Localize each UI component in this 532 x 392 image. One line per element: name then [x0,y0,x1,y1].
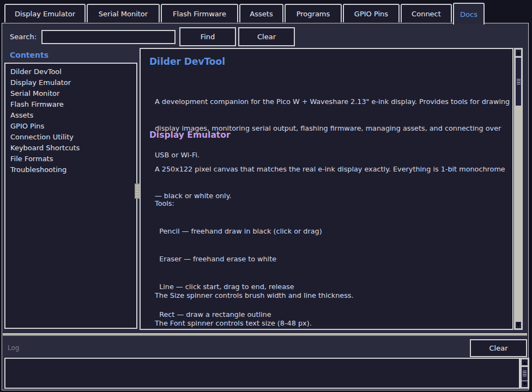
find-button[interactable]: Find [179,27,236,46]
contents-heading: Contents [10,51,49,59]
doc-text-area: Dilder DevTool A development companion f… [140,48,513,330]
list-item[interactable]: Keyboard Shortcuts [5,143,136,154]
tab-bar: Display Emulator Serial Monitor Flash Fi… [4,0,486,25]
scroll-down-icon: ▼ [523,382,526,387]
tab-flash-firmware[interactable]: Flash Firmware [161,4,238,22]
tab-assets[interactable]: Assets [239,4,283,22]
tab-serial-monitor[interactable]: Serial Monitor [87,4,160,22]
scrollbar-grip-icon [523,371,527,377]
scroll-down-button[interactable]: ▼ [515,321,522,329]
doc-scrollbar[interactable]: ▲ ▼ [514,48,523,330]
contents-listbox: Dilder DevTool Display Emulator Serial M… [4,63,137,329]
scroll-up-icon: ▲ [523,360,526,365]
vertical-sash-grip[interactable] [135,183,140,199]
list-item[interactable]: Display Emulator [5,77,136,88]
list-item[interactable]: Connection Utility [5,132,136,143]
list-item[interactable]: Troubleshooting [5,164,136,175]
list-item[interactable]: File Formats [5,154,136,164]
tab-connect[interactable]: Connect [401,4,452,22]
tab-display-emulator[interactable]: Display Emulator [4,4,86,22]
scrollbar-grip-icon [517,79,521,85]
tab-docs[interactable]: Docs [453,3,485,24]
search-label: Search: [10,33,37,41]
scroll-up-button[interactable]: ▲ [515,49,522,57]
list-item[interactable]: Dilder DevTool [5,66,136,77]
list-item[interactable]: Assets [5,110,136,121]
doc-saving-info: The Size spinner controls brush width an… [155,273,363,330]
list-item[interactable]: Serial Monitor [5,88,136,99]
docs-panel: Search: Find Clear Contents Dilder DevTo… [2,23,529,390]
list-item[interactable]: Flash Firmware [5,99,136,110]
log-scroll-up-button[interactable]: ▲ [521,359,528,366]
search-clear-button[interactable]: Clear [238,27,295,46]
log-label: Log [8,344,19,352]
tab-gpio-pins[interactable]: GPIO Pins [343,4,400,22]
scroll-up-icon: ▲ [517,51,520,55]
log-clear-button[interactable]: Clear [470,339,527,357]
doc-scrollbar-thumb[interactable] [515,57,522,106]
search-input[interactable] [41,30,176,44]
horizontal-sash[interactable] [3,333,527,336]
doc-title: Dilder DevTool [149,56,225,67]
scroll-down-icon: ▼ [517,323,520,327]
log-scrollbar[interactable]: ▲ ▼ [520,358,529,389]
tab-programs[interactable]: Programs [285,4,342,22]
doc-section-heading: Display Emulator [149,130,231,140]
log-output [4,358,520,389]
list-item[interactable]: GPIO Pins [5,121,136,132]
log-scroll-down-button[interactable]: ▼ [521,381,528,388]
log-scrollbar-thumb[interactable] [521,366,528,381]
app-window: { "tabs": [ { "label": "Display Emulator… [0,0,532,392]
